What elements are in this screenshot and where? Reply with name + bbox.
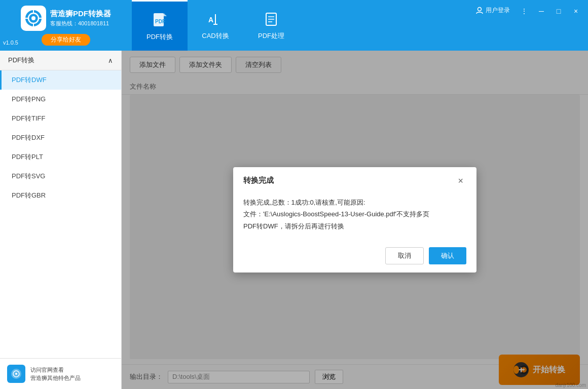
modal-body-line1: 转换完成,总数：1成功:0,请核查,可能原因: xyxy=(243,197,466,208)
svg-point-19 xyxy=(15,373,17,375)
pdf-process-icon xyxy=(262,10,280,28)
sidebar-footer[interactable]: 访问官网查看 营造狮其他特色产品 xyxy=(0,358,121,389)
modal-header: 转换完成 × xyxy=(233,167,476,191)
cad-convert-icon: A xyxy=(206,10,225,28)
nav-tabs: PDF PDF转换 A CAD转换 xyxy=(132,0,466,51)
modal-close-button[interactable]: × xyxy=(455,175,466,186)
modal-body-line2: 文件：'E:\Auslogics-BoostSpeed-13-User-Guid… xyxy=(243,208,466,220)
modal-dialog: 转换完成 × 转换完成,总数：1成功:0,请核查,可能原因: 文件：'E:\Au… xyxy=(233,167,476,273)
sidebar-item-pdf-png[interactable]: PDF转PNG xyxy=(0,90,121,109)
app-title-area: 营造狮PDF转换器 客服热线：4001801811 xyxy=(50,9,111,27)
sidebar-item-pdf-dxf[interactable]: PDF转DXF xyxy=(0,128,121,147)
tab-pdf-convert-label: PDF转换 xyxy=(146,32,173,42)
app-branding: 营造狮PDF转换器 客服热线：4001801811 分享给好友 xyxy=(0,0,132,51)
sidebar-item-pdf-gbr[interactable]: PDF转GBR xyxy=(0,186,121,205)
close-button[interactable]: × xyxy=(569,4,583,18)
main-area: PDF转换 ∧ PDF转DWF PDF转PNG PDF转TIFF PDF转DXF… xyxy=(0,51,588,389)
sidebar-item-pdf-dwf[interactable]: PDF转DWF xyxy=(0,70,121,90)
svg-point-2 xyxy=(31,16,35,20)
app-hotline: 客服热线：4001801811 xyxy=(50,20,111,27)
menu-button[interactable]: ⋮ xyxy=(517,4,531,18)
modal-title: 转换完成 xyxy=(243,176,274,185)
user-login-button[interactable]: 用户登录 xyxy=(471,4,514,17)
user-icon xyxy=(475,7,484,15)
sidebar-item-pdf-tiff[interactable]: PDF转TIFF xyxy=(0,109,121,128)
sidebar-section-label: PDF转换 xyxy=(8,56,34,65)
sidebar-item-pdf-plt[interactable]: PDF转PLT xyxy=(0,147,121,167)
modal-body-line3: PDF转DWF，请拆分后再进行转换 xyxy=(243,220,466,232)
minimize-button[interactable]: ─ xyxy=(534,4,548,18)
tab-pdf-convert[interactable]: PDF PDF转换 xyxy=(132,0,188,51)
tab-cad-convert-label: CAD转换 xyxy=(202,31,229,41)
titlebar: 营造狮PDF转换器 客服热线：4001801811 分享给好友 v1.0.5 P… xyxy=(0,0,588,51)
cancel-button[interactable]: 取消 xyxy=(385,247,424,264)
app-logo-area: 营造狮PDF转换器 客服热线：4001801811 xyxy=(21,6,111,31)
sidebar-footer-icon xyxy=(7,365,25,383)
confirm-button[interactable]: 确认 xyxy=(429,247,466,264)
content-area: 添加文件 添加文件夹 清空列表 文件名称 输出目录： 浏览 + 开始转换 dan… xyxy=(122,51,588,389)
maximize-button[interactable]: □ xyxy=(552,4,566,18)
modal-overlay: 转换完成 × 转换完成,总数：1成功:0,请核查,可能原因: 文件：'E:\Au… xyxy=(122,51,588,389)
sidebar-item-pdf-svg[interactable]: PDF转SVG xyxy=(0,167,121,186)
sidebar: PDF转换 ∧ PDF转DWF PDF转PNG PDF转TIFF PDF转DXF… xyxy=(0,51,122,389)
svg-point-16 xyxy=(478,7,482,11)
pdf-convert-icon: PDF xyxy=(151,11,169,29)
modal-body: 转换完成,总数：1成功:0,请核查,可能原因: 文件：'E:\Auslogics… xyxy=(233,191,476,242)
version-badge: v1.0.5 xyxy=(3,40,18,46)
svg-text:A: A xyxy=(208,16,213,24)
sidebar-collapse-icon[interactable]: ∧ xyxy=(108,57,113,64)
tab-pdf-process-label: PDF处理 xyxy=(258,31,284,41)
app-logo-svg xyxy=(24,9,43,27)
user-login-label: 用户登录 xyxy=(486,6,510,15)
sidebar-section-header: PDF转换 ∧ xyxy=(0,51,121,70)
tab-pdf-process[interactable]: PDF处理 xyxy=(243,0,299,51)
window-controls: 用户登录 ⋮ ─ □ × xyxy=(466,0,588,51)
app-title: 营造狮PDF转换器 xyxy=(50,9,111,19)
share-button[interactable]: 分享给好友 xyxy=(42,34,90,46)
sidebar-footer-text: 访问官网查看 营造狮其他特色产品 xyxy=(30,366,81,382)
svg-text:PDF: PDF xyxy=(155,19,165,24)
tab-cad-convert[interactable]: A CAD转换 xyxy=(188,0,243,51)
app-icon xyxy=(21,6,46,31)
modal-footer: 取消 确认 xyxy=(233,242,476,273)
